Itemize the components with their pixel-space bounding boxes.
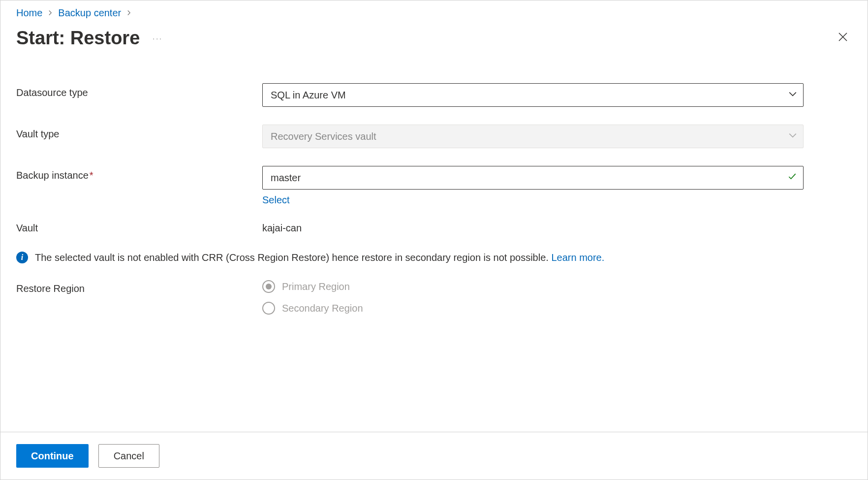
backup-instance-select[interactable]: master [262,166,804,190]
continue-button[interactable]: Continue [16,444,89,468]
backup-instance-label: Backup instance* [16,166,262,181]
chevron-right-icon [47,8,53,18]
vault-type-label: Vault type [16,125,262,140]
vault-label: Vault [16,219,262,234]
backup-instance-value: master [271,172,301,184]
info-icon: i [16,252,28,263]
required-indicator: * [90,170,93,181]
datasource-type-select[interactable]: SQL in Azure VM [262,83,804,107]
backup-instance-select-link[interactable]: Select [262,194,290,205]
restore-region-primary-radio: Primary Region [262,280,363,293]
restore-region-secondary-radio: Secondary Region [262,302,363,315]
breadcrumb-home[interactable]: Home [16,7,42,19]
footer-actions: Continue Cancel [0,432,868,480]
datasource-type-value: SQL in Azure VM [271,90,346,101]
radio-icon [262,302,275,315]
breadcrumb-backup-center[interactable]: Backup center [58,7,121,19]
checkmark-icon [787,172,797,184]
page-title: Start: Restore [16,28,140,49]
close-icon[interactable] [834,28,852,48]
crr-info-message: The selected vault is not enabled with C… [35,252,551,263]
cancel-button[interactable]: Cancel [98,444,159,468]
chevron-down-icon [788,131,797,142]
restore-region-primary-label: Primary Region [282,281,350,292]
breadcrumb: Home Backup center [16,7,852,19]
restore-region-label: Restore Region [16,279,262,294]
learn-more-link[interactable]: Learn more. [551,252,604,263]
vault-type-select: Recovery Services vault [262,125,804,148]
more-actions-button[interactable]: ··· [153,34,163,42]
radio-icon [262,280,275,293]
datasource-type-label: Datasource type [16,83,262,98]
vault-value: kajai-can [262,219,302,234]
chevron-down-icon [788,90,797,101]
restore-region-secondary-label: Secondary Region [282,303,363,314]
vault-type-value: Recovery Services vault [271,131,376,142]
chevron-right-icon [126,8,132,18]
crr-info-banner: i The selected vault is not enabled with… [16,252,852,263]
